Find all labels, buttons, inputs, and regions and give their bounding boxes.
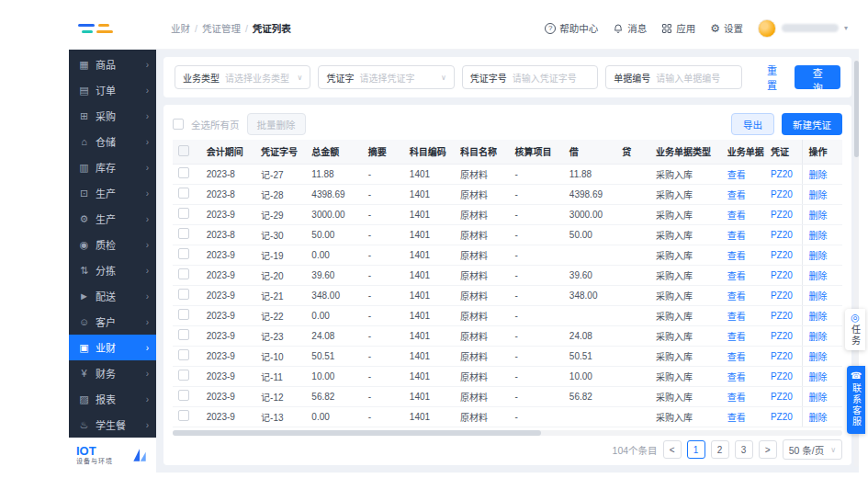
delete-row-link[interactable]: 删除: [803, 305, 842, 325]
sidebar-item-production-2[interactable]: ⚙ 生产 ›: [69, 206, 156, 232]
sidebar-item-orders[interactable]: ▤ 订单 ›: [69, 77, 156, 103]
business-type-select[interactable]: 业务类型 请选择业务类型 ∨: [175, 65, 310, 89]
voucher-ref-link[interactable]: PZ20: [765, 305, 803, 325]
voucher-ref-link[interactable]: PZ20: [765, 245, 803, 265]
row-checkbox[interactable]: [178, 370, 189, 381]
view-doc-link[interactable]: 查看: [722, 386, 765, 406]
next-page-button[interactable]: >: [759, 440, 777, 459]
new-voucher-button[interactable]: 新建凭证: [782, 113, 842, 135]
delete-row-link[interactable]: 删除: [803, 386, 842, 406]
row-checkbox[interactable]: [178, 309, 189, 320]
voucher-ref-link[interactable]: PZ20: [765, 224, 803, 245]
sidebar-item-purchase[interactable]: ⊞ 采购 ›: [69, 103, 156, 129]
quality-check-icon: ◉: [78, 239, 90, 251]
row-checkbox[interactable]: [178, 228, 189, 239]
contact-support-floating-button[interactable]: ☎ 联系客服: [847, 366, 865, 434]
help-center-button[interactable]: ? 帮助中心: [545, 21, 598, 35]
view-doc-link[interactable]: 查看: [722, 245, 765, 265]
view-doc-link[interactable]: 查看: [722, 366, 765, 386]
row-checkbox[interactable]: [178, 349, 189, 360]
view-doc-link[interactable]: 查看: [722, 285, 765, 305]
sidebar-item-reports[interactable]: ▨ 报表 ›: [69, 386, 156, 412]
sidebar-item-sorting[interactable]: ⇅ 分拣 ›: [69, 257, 156, 283]
cell-doc-type: 采购入库: [650, 325, 722, 346]
voucher-ref-link[interactable]: PZ20: [765, 285, 803, 305]
row-checkbox[interactable]: [178, 188, 189, 199]
voucher-ref-link[interactable]: PZ20: [765, 325, 803, 346]
breadcrumb-item[interactable]: 凭证管理: [202, 23, 241, 34]
delete-row-link[interactable]: 删除: [803, 164, 842, 184]
row-checkbox[interactable]: [178, 268, 189, 279]
view-doc-link[interactable]: 查看: [722, 265, 765, 285]
delete-row-link[interactable]: 删除: [803, 184, 842, 204]
delete-row-link[interactable]: 删除: [803, 224, 842, 245]
voucher-ref-link[interactable]: PZ20: [765, 164, 803, 184]
breadcrumb-item[interactable]: 业财: [171, 23, 190, 34]
voucher-ref-link[interactable]: PZ20: [765, 346, 803, 366]
sidebar-item-quality[interactable]: ◉ 质检 ›: [69, 232, 156, 257]
delete-row-link[interactable]: 删除: [803, 366, 842, 386]
view-doc-link[interactable]: 查看: [722, 204, 765, 224]
sidebar-item-business-finance[interactable]: ▣ 业财 ›: [69, 335, 156, 360]
export-button[interactable]: 导出: [731, 113, 774, 135]
search-button[interactable]: 查询: [795, 65, 840, 89]
settings-button[interactable]: ⚙ 设置: [710, 21, 743, 35]
delete-row-link[interactable]: 删除: [803, 346, 842, 366]
horizontal-scrollbar-thumb[interactable]: [173, 430, 541, 436]
page-button-2[interactable]: 2: [711, 440, 729, 459]
view-doc-link[interactable]: 查看: [722, 164, 765, 184]
delete-row-link[interactable]: 删除: [803, 265, 842, 285]
cell-doc-type: 采购入库: [650, 204, 722, 224]
voucher-ref-link[interactable]: PZ20: [765, 386, 803, 406]
voucher-ref-link[interactable]: PZ20: [765, 265, 803, 285]
sidebar-item-production[interactable]: ⊡ 生产 ›: [69, 180, 156, 206]
view-doc-link[interactable]: 查看: [722, 406, 765, 427]
row-checkbox[interactable]: [178, 390, 189, 401]
voucher-no-input[interactable]: 凭证字号 请输入凭证字号: [462, 65, 598, 89]
prev-page-button[interactable]: <: [663, 440, 682, 459]
delete-row-link[interactable]: 删除: [803, 204, 842, 224]
reset-button[interactable]: 重置: [757, 59, 788, 96]
sidebar-item-warehouse[interactable]: ⌂ 仓储 ›: [69, 129, 156, 154]
page-button-1[interactable]: 1: [687, 440, 705, 459]
delete-row-link[interactable]: 删除: [803, 285, 842, 305]
voucher-ref-link[interactable]: PZ20: [765, 204, 803, 224]
sidebar-item-finance[interactable]: ¥ 财务 ›: [69, 360, 156, 386]
sidebar-item-goods[interactable]: ▦ 商品 ›: [69, 51, 156, 77]
row-checkbox[interactable]: [178, 248, 189, 259]
page-size-select[interactable]: 50 条/页 ∨: [783, 439, 842, 460]
row-checkbox[interactable]: [178, 208, 189, 219]
voucher-word-select[interactable]: 凭证字 请选择凭证字 ∨: [318, 65, 454, 89]
apps-button[interactable]: 应用: [661, 21, 695, 35]
view-doc-link[interactable]: 查看: [722, 224, 765, 245]
voucher-ref-link[interactable]: PZ20: [765, 184, 803, 204]
app-logo[interactable]: [69, 22, 156, 35]
header-checkbox[interactable]: [178, 145, 189, 156]
messages-button[interactable]: 消息: [613, 21, 647, 35]
view-doc-link[interactable]: 查看: [722, 346, 765, 366]
batch-delete-button[interactable]: 批量删除: [247, 113, 306, 135]
doc-no-input[interactable]: 单据编号 请输入单据编号: [605, 65, 741, 89]
sidebar-item-inventory[interactable]: ▥ 库存 ›: [69, 154, 156, 180]
sidebar-item-delivery[interactable]: ► 配送 ›: [69, 283, 156, 309]
row-checkbox[interactable]: [178, 329, 189, 340]
voucher-ref-link[interactable]: PZ20: [765, 366, 803, 386]
task-floating-button[interactable]: ◎ 任务: [845, 309, 865, 350]
delete-row-link[interactable]: 删除: [803, 406, 842, 427]
page-button-3[interactable]: 3: [735, 440, 753, 459]
view-doc-link[interactable]: 查看: [722, 325, 765, 346]
delete-row-link[interactable]: 删除: [803, 325, 842, 346]
row-checkbox[interactable]: [178, 289, 189, 300]
sidebar-item-student-meals[interactable]: ♨ 学生餐 ›: [69, 412, 156, 438]
delete-row-link[interactable]: 删除: [803, 245, 842, 265]
view-doc-link[interactable]: 查看: [722, 305, 765, 325]
user-menu[interactable]: ▾: [758, 19, 848, 38]
sidebar-item-customers[interactable]: ☺ 客户 ›: [69, 309, 156, 335]
vertical-scrollbar-thumb[interactable]: [854, 61, 859, 157]
cell-period: 2023-9: [201, 346, 255, 366]
select-all-checkbox[interactable]: [173, 119, 184, 130]
view-doc-link[interactable]: 查看: [722, 184, 765, 204]
row-checkbox[interactable]: [178, 410, 189, 421]
row-checkbox[interactable]: [178, 167, 189, 178]
voucher-ref-link[interactable]: PZ20: [765, 406, 803, 427]
